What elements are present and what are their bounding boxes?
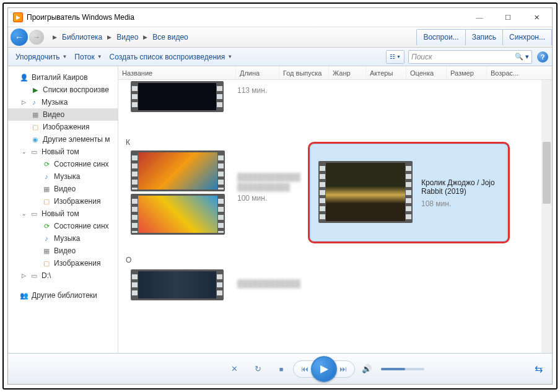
- repeat-button[interactable]: ↻: [250, 361, 266, 377]
- video-thumbnail[interactable]: [318, 161, 413, 223]
- image-icon: ▢: [30, 123, 40, 131]
- tab-sync[interactable]: Синхрон...: [502, 29, 552, 45]
- blurred-title: ██████████: [237, 183, 299, 191]
- nav-back-button[interactable]: ←: [11, 28, 28, 46]
- mute-button[interactable]: 🔊: [359, 361, 375, 377]
- switch-view-button[interactable]: ⇆: [531, 363, 546, 375]
- music-icon: ♪: [29, 98, 39, 107]
- transport-controls: ⏮ ▶ ⏭: [293, 360, 355, 378]
- column-header[interactable]: Жанр: [329, 66, 366, 79]
- sidebar-item-images[interactable]: ▢Изображения: [8, 121, 118, 133]
- expand-icon[interactable]: ▷: [22, 99, 29, 105]
- view-options-button[interactable]: ☷▼: [386, 50, 405, 64]
- other-icon: ◉: [30, 135, 40, 144]
- search-placeholder: Поиск: [411, 53, 432, 61]
- chevron-down-icon: ▼: [97, 54, 102, 59]
- help-button[interactable]: ?: [537, 51, 548, 63]
- column-header[interactable]: Оценка: [406, 66, 447, 79]
- video-duration: 113 мин.: [237, 86, 267, 95]
- music-icon: ♪: [42, 172, 51, 181]
- image-icon: ▢: [42, 259, 51, 268]
- volume-slider[interactable]: [381, 368, 424, 370]
- tab-burn[interactable]: Запись: [465, 29, 503, 45]
- play-button[interactable]: ▶: [311, 356, 337, 382]
- sync-icon: ⟳: [42, 160, 51, 168]
- group-header: О: [126, 256, 131, 264]
- sidebar-item-sub-video[interactable]: ▦Видео: [8, 183, 118, 195]
- sidebar-item-sub-music[interactable]: ♪Музыка: [8, 232, 118, 245]
- sidebar-item-drive[interactable]: ⌄▭Новый том: [8, 207, 118, 220]
- column-header[interactable]: Возрас...: [487, 66, 552, 79]
- video-duration: 100 мин.: [237, 194, 267, 203]
- content-area: Название Длина Год выпуска Жанр Актеры О…: [118, 66, 552, 353]
- close-button[interactable]: ✕: [522, 8, 551, 27]
- stream-menu[interactable]: Поток▼: [71, 50, 105, 64]
- video-icon: ▦: [30, 110, 40, 119]
- libraries-icon: 👥: [19, 291, 29, 300]
- sidebar-item-drive[interactable]: ⌄▭Новый том: [8, 146, 118, 158]
- drive-icon: ▭: [29, 147, 39, 156]
- search-input[interactable]: Поиск 🔍 ▾: [408, 50, 532, 64]
- collapse-icon[interactable]: ⌄: [22, 149, 29, 155]
- breadcrumb-item[interactable]: Библиотека: [62, 33, 102, 41]
- search-icon[interactable]: 🔍 ▾: [515, 53, 529, 61]
- maximize-button[interactable]: ☐: [494, 8, 522, 27]
- video-thumbnail[interactable]: [131, 81, 224, 112]
- sidebar-item-sub-images[interactable]: ▢Изображения: [8, 195, 118, 207]
- chevron-right-icon: ▶: [143, 34, 147, 40]
- stop-button[interactable]: ■: [273, 361, 289, 377]
- shuffle-button[interactable]: ✕: [226, 361, 242, 377]
- video-thumbnail[interactable]: [131, 194, 225, 235]
- sidebar-item-video[interactable]: ▦Видео: [8, 108, 118, 121]
- drive-icon: ▭: [29, 271, 39, 280]
- video-thumbnail[interactable]: [131, 269, 224, 300]
- scrollbar-thumb[interactable]: [543, 142, 551, 204]
- minimize-button[interactable]: —: [465, 8, 494, 27]
- app-icon: ▶: [13, 12, 23, 22]
- blurred-title: ████████████: [237, 173, 299, 181]
- collapse-icon[interactable]: ⌄: [22, 211, 29, 217]
- image-icon: ▢: [42, 197, 51, 206]
- column-header[interactable]: Название: [118, 66, 236, 79]
- selected-video-item[interactable]: Кролик Джоджо / Jojo Rabbit (2019) 108 м…: [308, 142, 510, 243]
- player-bar: ✕ ↻ ■ ⏮ ▶ ⏭ 🔊 ⇆: [8, 353, 552, 384]
- sidebar-item-sync[interactable]: ⟳Состояние синх: [8, 158, 118, 170]
- sidebar-item-other-libraries[interactable]: 👥Другие библиотеки: [8, 289, 118, 302]
- window-title: Проигрыватель Windows Media: [27, 13, 134, 22]
- video-duration: 108 мин.: [421, 199, 451, 208]
- expand-icon[interactable]: ▷: [22, 272, 29, 279]
- sidebar-item-sub-images[interactable]: ▢Изображения: [8, 257, 118, 269]
- drive-icon: ▭: [29, 209, 39, 218]
- chevron-down-icon: ▼: [227, 54, 232, 59]
- column-header[interactable]: Размер: [447, 66, 487, 79]
- sidebar-item-sub-video[interactable]: ▦Видео: [8, 245, 118, 257]
- sidebar-item-drive-d[interactable]: ▷▭D:\: [8, 269, 118, 282]
- sidebar-item-music[interactable]: ▷♪Музыка: [8, 96, 118, 108]
- items-area: 113 мин. К ████████████ ██████████ 100 м…: [118, 80, 552, 353]
- column-header[interactable]: Год выпуска: [279, 66, 329, 79]
- sidebar-item-user[interactable]: 👤Виталий Каиров: [8, 71, 118, 84]
- sidebar-item-sub-music[interactable]: ♪Музыка: [8, 170, 118, 183]
- group-header: К: [126, 138, 130, 147]
- chevron-down-icon: ▼: [62, 54, 67, 59]
- sync-icon: ⟳: [42, 222, 51, 230]
- create-playlist-menu[interactable]: Создать список воспроизведения▼: [106, 50, 237, 64]
- window: ▶ Проигрыватель Windows Media — ☐ ✕ ← → …: [7, 7, 553, 385]
- video-thumbnail[interactable]: [131, 150, 225, 191]
- user-icon: 👤: [19, 73, 29, 82]
- sidebar-item-other[interactable]: ◉Другие элементы м: [8, 133, 118, 146]
- video-title: Кролик Джоджо / Jojo Rabbit (2019): [421, 178, 502, 196]
- column-header[interactable]: Актеры: [366, 66, 406, 79]
- breadcrumb: ▶ Библиотека ▶ Видео ▶ Все видео: [50, 33, 191, 41]
- nav-forward-button[interactable]: →: [29, 30, 44, 45]
- breadcrumb-item[interactable]: Все видео: [152, 33, 188, 41]
- sidebar-item-playlists[interactable]: ▶Списки воспроизве: [8, 84, 118, 96]
- tab-play[interactable]: Воспрои...: [416, 29, 465, 45]
- breadcrumb-item[interactable]: Видео: [116, 33, 138, 41]
- sidebar-item-sync[interactable]: ⟳Состояние синх: [8, 220, 118, 232]
- organize-menu[interactable]: Упорядочить▼: [12, 50, 71, 64]
- video-icon: ▦: [42, 246, 51, 255]
- toolbar: Упорядочить▼ Поток▼ Создать список воспр…: [8, 48, 552, 66]
- scrollbar[interactable]: [541, 80, 552, 353]
- column-header[interactable]: Длина: [236, 66, 279, 79]
